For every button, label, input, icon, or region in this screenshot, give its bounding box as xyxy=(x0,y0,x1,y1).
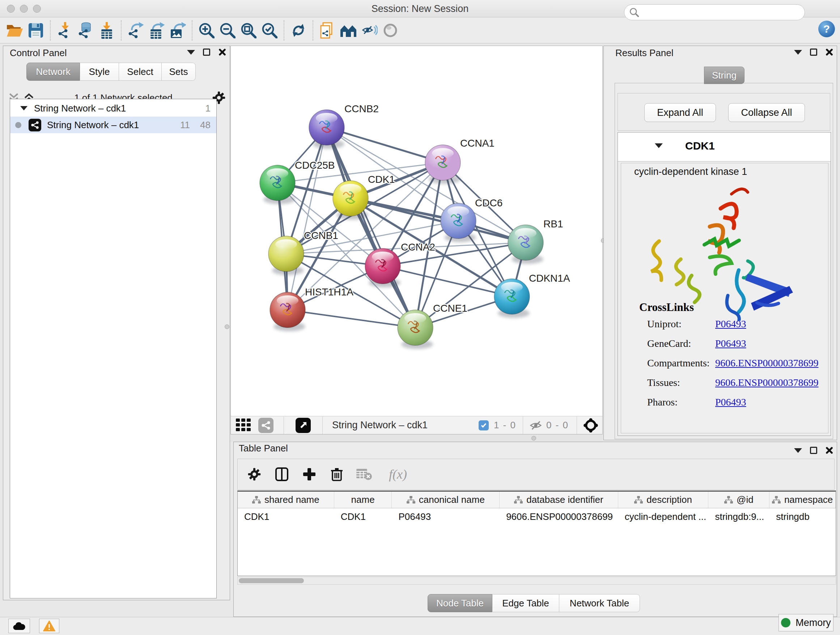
import-table-button[interactable] xyxy=(96,20,117,41)
shared-column-icon xyxy=(634,496,643,504)
crosslink-link[interactable]: P06493 xyxy=(715,396,746,408)
zoom-in-button[interactable] xyxy=(196,20,217,41)
column-header-name[interactable]: name xyxy=(334,492,392,508)
birdseye-view-icon[interactable] xyxy=(295,418,311,433)
network-edge-CCNB2-HIST1H1A[interactable] xyxy=(287,127,327,310)
export-image-button[interactable] xyxy=(167,20,188,41)
refresh-button[interactable] xyxy=(288,20,309,41)
network-overview-icon[interactable] xyxy=(258,418,273,433)
column-header-shared-name[interactable]: shared name xyxy=(238,492,334,508)
network-node-CDKN1A[interactable] xyxy=(494,279,530,314)
table-row[interactable]: CDK1CDK1P064939606.ENSP00000378699cyclin… xyxy=(238,508,836,525)
manage-networks-button[interactable] xyxy=(338,20,359,41)
network-collection-row[interactable]: String Network – cdk1 1 xyxy=(10,100,216,117)
results-panel-menu-icon[interactable] xyxy=(794,50,802,55)
results-panel-float-button[interactable] xyxy=(810,49,817,56)
network-node-CDC25B[interactable] xyxy=(260,165,295,201)
horizontal-splitter[interactable] xyxy=(231,434,603,442)
help-button[interactable]: ? xyxy=(818,21,835,37)
warning-button[interactable] xyxy=(39,619,59,633)
collection-label: String Network – cdk1 xyxy=(34,103,126,114)
column-header-database-identifier[interactable]: database identifier xyxy=(500,492,618,508)
network-edge-CCNB2-CCNE1[interactable] xyxy=(327,127,415,328)
crosslink-link[interactable]: P06493 xyxy=(715,318,746,330)
network-node-CDK1[interactable] xyxy=(333,181,368,216)
show-columns-button[interactable] xyxy=(268,463,295,485)
crosslink-link[interactable]: 9606.ENSP00000378699 xyxy=(715,377,818,388)
network-node-HIST1H1A[interactable] xyxy=(270,292,305,328)
save-session-button[interactable] xyxy=(25,20,46,41)
control-panel-float-button[interactable] xyxy=(203,49,210,56)
tab-select[interactable]: Select xyxy=(119,63,162,81)
network-edge-CCNA2-CDKN1A[interactable] xyxy=(383,266,512,296)
left-splitter-handle-dot[interactable] xyxy=(225,325,229,329)
table-cell: stringdb:9... xyxy=(708,508,769,525)
column-header-namespace[interactable]: namespace xyxy=(769,492,836,508)
scrollbar-thumb[interactable] xyxy=(239,578,304,583)
table-panel-float-button[interactable] xyxy=(810,447,817,454)
network-node-CDC6[interactable] xyxy=(441,203,476,239)
results-panel-close-button[interactable] xyxy=(825,48,833,56)
create-column-button[interactable] xyxy=(295,463,323,485)
table-panel-close-button[interactable] xyxy=(825,447,833,454)
export-network-button[interactable] xyxy=(125,20,146,41)
control-panel-menu-icon[interactable] xyxy=(187,50,195,55)
splitter-handle-dot[interactable] xyxy=(531,436,536,440)
search-input[interactable] xyxy=(639,7,794,17)
network-node-RB1[interactable] xyxy=(508,225,543,260)
crosslink-row: Pharos:P06493 xyxy=(647,396,821,416)
network-node-CCNE1[interactable] xyxy=(398,310,433,345)
clone-network-button[interactable] xyxy=(317,20,338,41)
zoom-out-button[interactable] xyxy=(217,20,238,41)
fit-content-icon[interactable] xyxy=(584,418,598,432)
column-header-description[interactable]: description xyxy=(618,492,709,508)
table-options-gear-button[interactable] xyxy=(240,463,268,485)
network-node-CCNA2[interactable] xyxy=(365,249,401,284)
control-panel-close-button[interactable] xyxy=(218,48,226,56)
function-builder-button[interactable]: f(x) xyxy=(378,463,418,485)
table-panel-menu-icon[interactable] xyxy=(794,448,802,453)
column-header-id[interactable]: @id xyxy=(708,492,769,508)
table-horizontal-scrollbar[interactable] xyxy=(237,577,836,585)
import-network-from-file-button[interactable] xyxy=(54,20,75,41)
crosslink-label: Tissues: xyxy=(647,377,680,388)
network-node-CCNB2[interactable] xyxy=(309,110,344,145)
export-table-button[interactable] xyxy=(146,20,167,41)
open-session-button[interactable] xyxy=(4,20,25,41)
tab-style[interactable]: Style xyxy=(80,63,119,81)
crosslink-link[interactable]: P06493 xyxy=(715,338,746,349)
zoom-selected-button[interactable] xyxy=(259,20,280,41)
tab-network[interactable]: Network xyxy=(27,63,80,81)
tab-node-table[interactable]: Node Table xyxy=(428,594,493,612)
network-node-CCNA1[interactable] xyxy=(425,145,461,180)
gene-section-body: cyclin-dependent kinase 1 CrossLinks Uni… xyxy=(621,163,829,433)
graphics-details-icon xyxy=(383,23,398,38)
gene-section-collapse-icon[interactable] xyxy=(655,143,663,148)
gene-name: CDK1 xyxy=(685,140,715,152)
tab-sets[interactable]: Sets xyxy=(162,63,196,81)
tab-network-table[interactable]: Network Table xyxy=(559,594,640,612)
graphics-details-button[interactable] xyxy=(380,20,401,41)
delete-table-button[interactable] xyxy=(351,463,378,485)
import-network-from-database-button[interactable] xyxy=(75,20,96,41)
zoom-fit-button[interactable] xyxy=(238,20,259,41)
network-node-CCNB1[interactable] xyxy=(268,236,304,272)
gene-section-header[interactable]: CDK1 xyxy=(618,133,831,162)
tab-edge-table[interactable]: Edge Table xyxy=(493,594,559,612)
network-edge-HIST1H1A-CCNE1[interactable] xyxy=(287,310,415,328)
collection-collapse-icon[interactable] xyxy=(20,106,27,111)
tab-string[interactable]: String xyxy=(704,67,745,84)
collapse-all-button[interactable]: Collapse All xyxy=(728,103,805,122)
main-toolbar xyxy=(0,17,840,43)
delete-column-button[interactable] xyxy=(323,463,351,485)
network-canvas[interactable]: CCNB2CCNA1CDC25BCDK1CDC6RB1CCNB1CCNA2CDK… xyxy=(231,46,602,416)
selected-nodes-checkbox[interactable] xyxy=(478,420,489,431)
memory-button[interactable]: Memory xyxy=(778,614,834,631)
grid-view-icon[interactable] xyxy=(236,418,252,432)
hide-unselected-button[interactable] xyxy=(359,20,380,41)
cloud-button[interactable] xyxy=(8,619,30,633)
expand-all-button[interactable]: Expand All xyxy=(644,103,716,122)
crosslink-link[interactable]: 9606.ENSP00000378699 xyxy=(715,357,818,369)
network-row[interactable]: String Network – cdk1 11 48 xyxy=(10,117,216,133)
column-header-canonical-name[interactable]: canonical name xyxy=(392,492,500,508)
